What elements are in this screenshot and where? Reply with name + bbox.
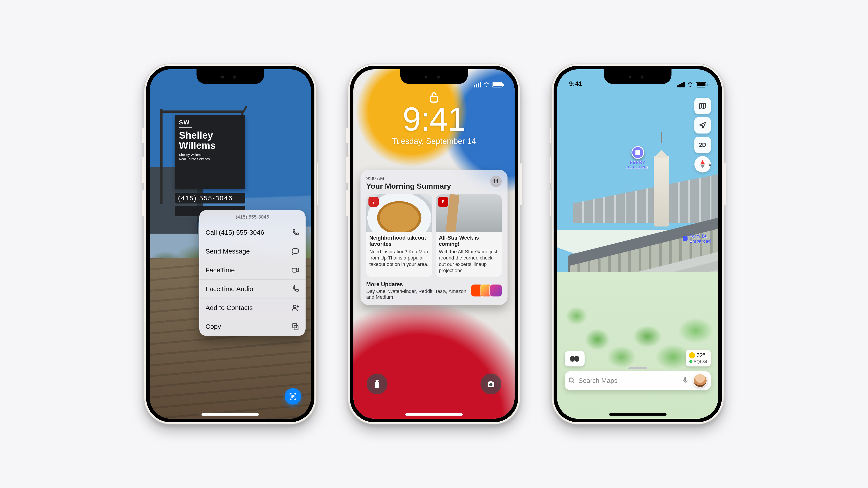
poi-ferry-building[interactable]: FERRY BUILDING	[626, 146, 649, 170]
real-estate-sign: SW Shelley Willems Shelley Willems Real …	[175, 115, 245, 189]
message-icon	[291, 247, 299, 255]
video-icon	[291, 266, 299, 274]
menu-item-facetime-audio[interactable]: FaceTime Audio	[199, 280, 306, 299]
camera-button[interactable]	[480, 373, 501, 394]
volume-up-button[interactable]	[142, 156, 144, 183]
card-headline: All-Star Week is coming!	[439, 235, 499, 247]
sheet-grabber[interactable]	[628, 367, 647, 369]
summary-timestamp: 9:30 AM	[366, 176, 451, 181]
cellular-icon	[677, 82, 685, 88]
locate-me-button[interactable]	[694, 117, 711, 133]
card-headline: Neighborhood takeout favorites	[369, 235, 429, 247]
summary-card-espn[interactable]: E All-Star Week is coming! With the All-…	[436, 194, 502, 277]
volume-up-button[interactable]	[346, 156, 348, 183]
battery-icon	[492, 82, 503, 88]
menu-item-copy[interactable]: Copy	[199, 317, 306, 336]
more-body: Day One, WaterMinder, Reddit, Tasty, Ama…	[366, 288, 474, 300]
card-body: With the All-Star Game just around the c…	[439, 249, 499, 274]
notch	[197, 69, 264, 84]
espn-icon: E	[438, 196, 448, 207]
wifi-icon	[483, 82, 490, 87]
weather-aqi-pill[interactable]: 62° AQI 34	[686, 349, 711, 366]
notch	[400, 69, 468, 84]
notification-summary[interactable]: 9:30 AM Your Morning Summary 11 y Neighb…	[361, 170, 507, 305]
menu-item-label: FaceTime	[206, 266, 235, 274]
aqi-dot-icon	[689, 360, 692, 363]
look-around-button[interactable]	[565, 351, 585, 366]
status-time: 9:41	[569, 80, 582, 88]
sign-logo: SW	[179, 119, 192, 127]
volume-down-button[interactable]	[142, 190, 144, 216]
summary-more-updates[interactable]: More Updates Day One, WaterMinder, Reddi…	[366, 281, 502, 300]
lockscreen-clock: 9:41 Tuesday, September 14	[353, 102, 515, 146]
summary-card-yelp[interactable]: y Neighborhood takeout favorites Need in…	[366, 194, 432, 277]
card-body: Need inspiration? Kea Mao from Up Thai i…	[369, 249, 429, 267]
sign-sub-line1: Shelley Willems	[179, 153, 203, 156]
side-button[interactable]	[317, 163, 318, 205]
yelp-icon: y	[368, 196, 379, 207]
home-indicator[interactable]	[202, 414, 259, 416]
menu-item-call[interactable]: Call (415) 555-3046	[199, 223, 306, 242]
transit-icon	[683, 236, 687, 241]
view-2d-button[interactable]: 2D	[694, 136, 711, 153]
side-button[interactable]	[520, 163, 522, 205]
compass-button[interactable]: E	[694, 156, 711, 173]
svg-rect-9	[684, 377, 686, 381]
map-controls: 2D E	[694, 98, 711, 173]
app-icon-stack	[474, 284, 502, 297]
live-text-button[interactable]	[285, 388, 301, 404]
svg-point-7	[574, 356, 579, 362]
transit-line1: Ferry Bu	[689, 234, 708, 239]
menu-item-label: Copy	[206, 323, 221, 330]
sun-icon	[689, 353, 694, 358]
sign-sub-line2: Real Estate Services	[179, 157, 210, 161]
summary-count-badge: 11	[490, 176, 502, 187]
poi-label-line1: FERRY	[630, 160, 646, 165]
map-mode-button[interactable]	[694, 98, 711, 114]
sign-name-line2: Willems	[179, 140, 216, 151]
menu-item-label: FaceTime Audio	[206, 285, 253, 293]
home-indicator[interactable]	[609, 414, 666, 416]
phone-icon	[291, 228, 299, 237]
battery-icon	[696, 82, 706, 88]
menu-item-label: Add to Contacts	[206, 304, 253, 311]
mute-switch[interactable]	[346, 128, 348, 143]
iphone-lockscreen: 9:41 Tuesday, September 14 9:30 AM Your …	[348, 64, 520, 424]
menu-item-message[interactable]: Send Message	[199, 242, 306, 261]
aqi-label: AQI 34	[693, 359, 707, 364]
cellular-icon	[474, 82, 481, 88]
dictation-icon[interactable]	[682, 376, 688, 385]
mute-switch[interactable]	[550, 128, 551, 143]
add-contact-icon	[291, 304, 299, 312]
volume-down-button[interactable]	[550, 190, 551, 216]
context-menu: (415) 555-3046 Call (415) 555-3046 Send …	[199, 210, 306, 336]
sign-phone-number[interactable]: (415) 555-3046	[175, 193, 245, 204]
context-menu-header: (415) 555-3046	[199, 210, 306, 223]
menu-item-label: Call (415) 555-3046	[206, 229, 264, 236]
home-indicator[interactable]	[405, 414, 463, 416]
svg-point-1	[293, 305, 296, 308]
maps-search-bar[interactable]: Search Maps	[565, 371, 711, 390]
notch	[604, 69, 672, 84]
volume-up-button[interactable]	[550, 156, 551, 183]
iphone-live-text: SW Shelley Willems Shelley Willems Real …	[144, 64, 317, 424]
profile-avatar[interactable]	[693, 373, 707, 388]
transit-label[interactable]: Ferry Bu Embarcad	[683, 234, 711, 244]
copy-icon	[291, 323, 299, 331]
card-image: E	[436, 194, 502, 232]
mute-switch[interactable]	[142, 128, 144, 143]
volume-down-button[interactable]	[346, 190, 348, 216]
search-icon	[568, 377, 575, 384]
poi-label-line2: BUILDING	[626, 165, 649, 170]
flashlight-button[interactable]	[367, 373, 388, 394]
sign-post	[160, 109, 162, 204]
poi-pin-icon	[631, 146, 644, 159]
summary-title: Your Morning Summary	[366, 182, 451, 190]
menu-item-add-contact[interactable]: Add to Contacts	[199, 299, 306, 317]
side-button[interactable]	[724, 163, 726, 205]
svg-point-5	[489, 383, 493, 386]
clock-date: Tuesday, September 14	[353, 136, 515, 146]
transit-line2: Embarcad	[689, 239, 711, 244]
menu-item-facetime[interactable]: FaceTime	[199, 261, 306, 280]
phone-icon	[291, 285, 299, 293]
